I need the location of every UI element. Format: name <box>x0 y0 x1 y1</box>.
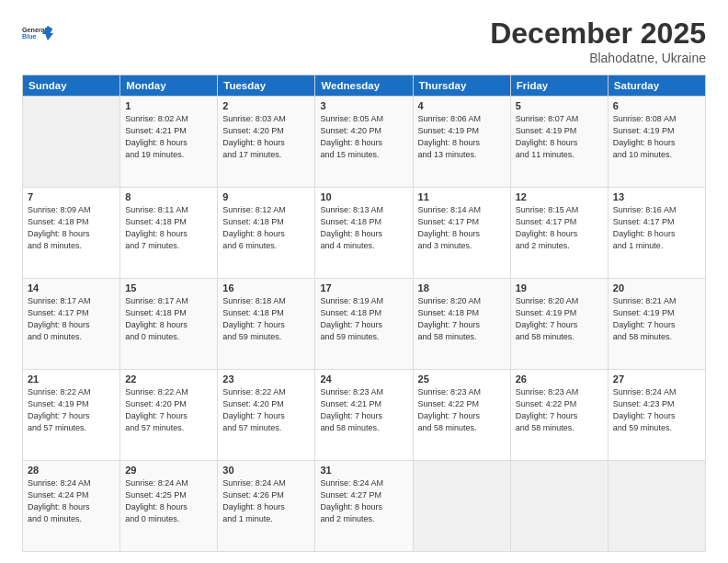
day-detail: Sunrise: 8:23 AMSunset: 4:21 PMDaylight:… <box>320 386 407 434</box>
day-number: 26 <box>516 373 603 385</box>
header-cell: Monday <box>120 75 218 97</box>
day-cell: 31Sunrise: 8:24 AMSunset: 4:27 PMDayligh… <box>315 461 413 552</box>
day-cell: 21Sunrise: 8:22 AMSunset: 4:19 PMDayligh… <box>23 370 120 461</box>
day-cell: 19Sunrise: 8:20 AMSunset: 4:19 PMDayligh… <box>510 279 608 370</box>
day-detail: Sunrise: 8:08 AMSunset: 4:19 PMDaylight:… <box>613 113 700 161</box>
day-detail: Sunrise: 8:22 AMSunset: 4:20 PMDaylight:… <box>222 386 310 434</box>
day-detail: Sunrise: 8:24 AMSunset: 4:23 PMDaylight:… <box>613 386 700 434</box>
day-cell: 9Sunrise: 8:12 AMSunset: 4:18 PMDaylight… <box>218 188 315 279</box>
header-cell: Tuesday <box>218 75 315 97</box>
day-detail: Sunrise: 8:07 AMSunset: 4:19 PMDaylight:… <box>516 113 603 161</box>
day-cell: 18Sunrise: 8:20 AMSunset: 4:18 PMDayligh… <box>413 279 510 370</box>
day-number: 20 <box>613 282 700 293</box>
day-number: 1 <box>125 100 212 111</box>
week-row: 14Sunrise: 8:17 AMSunset: 4:17 PMDayligh… <box>23 279 706 370</box>
day-cell: 2Sunrise: 8:03 AMSunset: 4:20 PMDaylight… <box>218 97 315 188</box>
day-cell: 15Sunrise: 8:17 AMSunset: 4:18 PMDayligh… <box>120 279 218 370</box>
day-detail: Sunrise: 8:22 AMSunset: 4:19 PMDaylight:… <box>28 386 115 434</box>
day-detail: Sunrise: 8:17 AMSunset: 4:17 PMDaylight:… <box>28 295 115 343</box>
day-number: 21 <box>28 373 115 385</box>
day-cell: 28Sunrise: 8:24 AMSunset: 4:24 PMDayligh… <box>23 461 120 552</box>
day-detail: Sunrise: 8:17 AMSunset: 4:18 PMDaylight:… <box>125 295 212 343</box>
day-cell: 5Sunrise: 8:07 AMSunset: 4:19 PMDaylight… <box>510 97 608 188</box>
day-cell: 1Sunrise: 8:02 AMSunset: 4:21 PMDaylight… <box>120 97 218 188</box>
svg-text:Blue: Blue <box>22 32 37 40</box>
day-detail: Sunrise: 8:23 AMSunset: 4:22 PMDaylight:… <box>516 386 603 434</box>
day-detail: Sunrise: 8:05 AMSunset: 4:20 PMDaylight:… <box>320 113 407 161</box>
day-detail: Sunrise: 8:18 AMSunset: 4:18 PMDaylight:… <box>222 295 310 343</box>
header: GeneralBlue December 2025 Blahodatne, Uk… <box>22 17 706 65</box>
logo: GeneralBlue <box>22 17 55 50</box>
day-detail: Sunrise: 8:15 AMSunset: 4:17 PMDaylight:… <box>516 204 603 252</box>
calendar: SundayMondayTuesdayWednesdayThursdayFrid… <box>22 75 706 552</box>
day-cell: 27Sunrise: 8:24 AMSunset: 4:23 PMDayligh… <box>608 370 705 461</box>
header-cell: Friday <box>510 75 608 97</box>
day-number: 31 <box>320 465 407 476</box>
day-cell: 8Sunrise: 8:11 AMSunset: 4:18 PMDaylight… <box>120 188 218 279</box>
day-number: 2 <box>222 100 310 111</box>
day-number: 16 <box>222 282 310 293</box>
header-row: SundayMondayTuesdayWednesdayThursdayFrid… <box>23 75 706 97</box>
day-number: 17 <box>320 282 407 293</box>
week-row: 7Sunrise: 8:09 AMSunset: 4:18 PMDaylight… <box>23 188 706 279</box>
week-row: 28Sunrise: 8:24 AMSunset: 4:24 PMDayligh… <box>23 461 706 552</box>
month-title: December 2025 <box>490 17 706 51</box>
logo-icon: GeneralBlue <box>22 17 55 50</box>
day-cell: 23Sunrise: 8:22 AMSunset: 4:20 PMDayligh… <box>218 370 315 461</box>
day-detail: Sunrise: 8:13 AMSunset: 4:18 PMDaylight:… <box>320 204 407 252</box>
day-cell: 17Sunrise: 8:19 AMSunset: 4:18 PMDayligh… <box>315 279 413 370</box>
day-number: 25 <box>418 373 506 385</box>
day-number: 10 <box>320 191 407 202</box>
day-number: 11 <box>418 191 506 202</box>
day-number: 19 <box>516 282 603 293</box>
day-number: 3 <box>320 100 407 111</box>
day-number: 7 <box>28 191 115 202</box>
day-number: 18 <box>418 282 506 293</box>
day-number: 24 <box>320 373 407 385</box>
day-detail: Sunrise: 8:24 AMSunset: 4:27 PMDaylight:… <box>320 477 407 525</box>
day-cell: 24Sunrise: 8:23 AMSunset: 4:21 PMDayligh… <box>315 370 413 461</box>
day-number: 22 <box>125 373 212 385</box>
location: Blahodatne, Ukraine <box>490 51 706 65</box>
day-cell: 6Sunrise: 8:08 AMSunset: 4:19 PMDaylight… <box>608 97 705 188</box>
day-cell: 3Sunrise: 8:05 AMSunset: 4:20 PMDaylight… <box>315 97 413 188</box>
day-detail: Sunrise: 8:14 AMSunset: 4:17 PMDaylight:… <box>418 204 506 252</box>
day-cell: 30Sunrise: 8:24 AMSunset: 4:26 PMDayligh… <box>218 461 315 552</box>
day-number: 14 <box>28 282 115 293</box>
day-number: 8 <box>125 191 212 202</box>
day-cell <box>608 461 705 552</box>
header-cell: Sunday <box>23 75 120 97</box>
day-number: 5 <box>516 100 603 111</box>
day-number: 13 <box>613 191 700 202</box>
day-detail: Sunrise: 8:20 AMSunset: 4:18 PMDaylight:… <box>418 295 506 343</box>
day-number: 27 <box>613 373 700 385</box>
day-number: 30 <box>222 465 310 476</box>
day-detail: Sunrise: 8:22 AMSunset: 4:20 PMDaylight:… <box>125 386 212 434</box>
day-cell <box>23 97 120 188</box>
day-cell: 4Sunrise: 8:06 AMSunset: 4:19 PMDaylight… <box>413 97 510 188</box>
header-cell: Wednesday <box>315 75 413 97</box>
day-cell: 26Sunrise: 8:23 AMSunset: 4:22 PMDayligh… <box>510 370 608 461</box>
day-cell: 16Sunrise: 8:18 AMSunset: 4:18 PMDayligh… <box>218 279 315 370</box>
day-number: 6 <box>613 100 700 111</box>
day-cell: 12Sunrise: 8:15 AMSunset: 4:17 PMDayligh… <box>510 188 608 279</box>
day-detail: Sunrise: 8:24 AMSunset: 4:26 PMDaylight:… <box>222 477 310 525</box>
day-cell: 11Sunrise: 8:14 AMSunset: 4:17 PMDayligh… <box>413 188 510 279</box>
week-row: 1Sunrise: 8:02 AMSunset: 4:21 PMDaylight… <box>23 97 706 188</box>
day-number: 12 <box>516 191 603 202</box>
day-cell <box>510 461 608 552</box>
day-detail: Sunrise: 8:19 AMSunset: 4:18 PMDaylight:… <box>320 295 407 343</box>
day-detail: Sunrise: 8:06 AMSunset: 4:19 PMDaylight:… <box>418 113 506 161</box>
day-cell <box>413 461 510 552</box>
day-detail: Sunrise: 8:24 AMSunset: 4:25 PMDaylight:… <box>125 477 212 525</box>
page: GeneralBlue December 2025 Blahodatne, Uk… <box>0 0 728 563</box>
day-cell: 13Sunrise: 8:16 AMSunset: 4:17 PMDayligh… <box>608 188 705 279</box>
header-cell: Saturday <box>608 75 705 97</box>
day-detail: Sunrise: 8:23 AMSunset: 4:22 PMDaylight:… <box>418 386 506 434</box>
day-cell: 25Sunrise: 8:23 AMSunset: 4:22 PMDayligh… <box>413 370 510 461</box>
header-cell: Thursday <box>413 75 510 97</box>
day-cell: 14Sunrise: 8:17 AMSunset: 4:17 PMDayligh… <box>23 279 120 370</box>
day-detail: Sunrise: 8:03 AMSunset: 4:20 PMDaylight:… <box>222 113 310 161</box>
day-detail: Sunrise: 8:24 AMSunset: 4:24 PMDaylight:… <box>28 477 115 525</box>
day-cell: 7Sunrise: 8:09 AMSunset: 4:18 PMDaylight… <box>23 188 120 279</box>
